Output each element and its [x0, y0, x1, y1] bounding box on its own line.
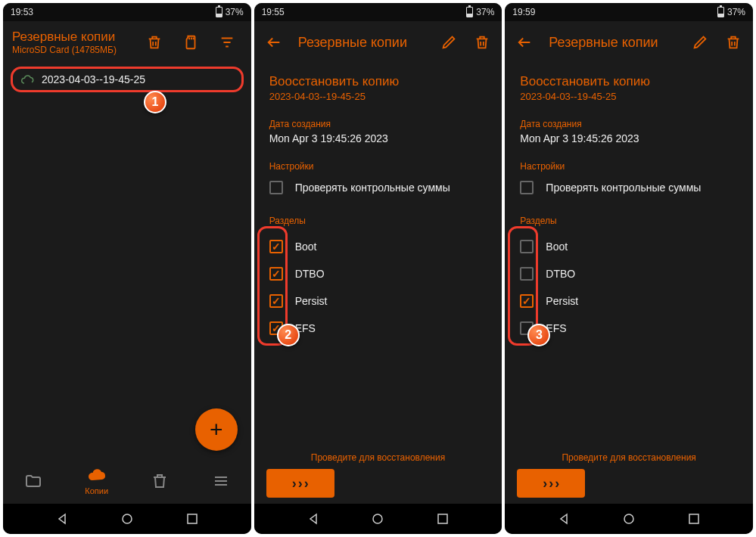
page-title: Резервные копии: [298, 35, 431, 51]
backup-list-item[interactable]: 2023-04-03--19-45-25: [11, 67, 244, 92]
chevron-right-icon: ›: [549, 476, 553, 492]
pencil-icon: [692, 34, 708, 51]
delete-button[interactable]: [467, 27, 497, 57]
checksum-checkbox[interactable]: [520, 181, 534, 194]
arrow-left-icon: [266, 34, 282, 51]
screen-2: 19:55 37% Резервные копии Воосстановить …: [254, 3, 502, 534]
recents-icon[interactable]: [688, 513, 700, 525]
status-bar: 19:59 37%: [505, 3, 753, 21]
date-value: Mon Apr 3 19:45:26 2023: [269, 132, 487, 144]
home-icon[interactable]: [372, 513, 384, 525]
header: Резервные копии: [254, 21, 502, 64]
callout-badge-2: 2: [277, 324, 300, 346]
partitions-label: Разделы: [269, 216, 487, 226]
sd-card-icon: [182, 34, 199, 51]
trash-icon: [725, 34, 742, 51]
pencil-icon: [440, 34, 457, 51]
svg-rect-3: [438, 514, 447, 523]
android-navbar: [3, 504, 251, 534]
cloud-icon: [88, 467, 106, 485]
screen-3: 19:59 37% Резервные копии Воосстановить …: [505, 3, 753, 534]
delete-button[interactable]: [718, 27, 748, 57]
partition-label: Persist: [546, 295, 578, 307]
recents-icon[interactable]: [186, 513, 198, 525]
battery-icon: [466, 7, 473, 17]
settings-label: Настройки: [520, 161, 738, 172]
arrow-left-icon: [516, 34, 533, 51]
svg-rect-5: [689, 514, 698, 523]
battery-pct: 37%: [476, 7, 494, 17]
date-value: Mon Apr 3 19:45:26 2023: [520, 132, 738, 144]
swipe-restore-button[interactable]: › › ›: [517, 469, 585, 498]
status-time: 19:53: [11, 7, 33, 17]
status-time: 19:55: [262, 7, 285, 17]
partitions-label: Разделы: [520, 216, 738, 226]
recents-icon[interactable]: [437, 513, 449, 525]
page-title: Резервные копии: [549, 35, 682, 51]
plus-icon: +: [210, 417, 223, 442]
bottom-nav: Копии: [3, 458, 251, 504]
storage-button[interactable]: [176, 27, 206, 57]
checksum-label: Проверять контрольные суммы: [295, 182, 450, 194]
svg-point-2: [373, 514, 382, 523]
screen-1: 19:53 37% Резервные копии MicroSD Card (…: [3, 3, 251, 534]
restore-title: Воосстановить копию: [269, 74, 487, 89]
header: Резервные копии MicroSD Card (14785МБ): [3, 21, 251, 64]
settings-label: Настройки: [269, 161, 487, 172]
chevron-right-icon: ›: [543, 476, 547, 492]
swipe-restore-button[interactable]: › › ›: [266, 469, 334, 498]
swipe-label: Проведите для восстановления: [517, 452, 741, 463]
nav-menu[interactable]: [212, 472, 230, 490]
chevron-right-icon: ›: [304, 476, 309, 492]
trash-icon: [151, 472, 169, 490]
partition-label: Boot: [295, 241, 317, 253]
home-icon[interactable]: [121, 513, 133, 525]
back-icon[interactable]: [558, 513, 570, 525]
nav-delete[interactable]: [151, 472, 169, 490]
home-icon[interactable]: [623, 513, 635, 525]
back-icon[interactable]: [307, 513, 319, 525]
battery-pct: 37%: [727, 7, 745, 17]
filter-icon: [219, 34, 235, 51]
add-backup-fab[interactable]: +: [195, 408, 238, 451]
date-label: Дата создания: [520, 119, 738, 129]
nav-backups[interactable]: Копии: [85, 467, 108, 495]
checksum-checkbox[interactable]: [269, 181, 283, 194]
cloud-icon: [20, 74, 36, 85]
date-label: Дата создания: [269, 119, 487, 129]
partition-label: DTBO: [546, 268, 575, 280]
partition-label: Boot: [546, 241, 568, 253]
trash-icon: [146, 34, 163, 51]
partition-label: DTBO: [295, 268, 325, 280]
backup-id: 2023-04-03--19-45-25: [520, 91, 738, 102]
chevron-right-icon: ›: [292, 476, 297, 492]
back-button[interactable]: [509, 27, 540, 57]
android-navbar: [505, 504, 753, 534]
edit-button[interactable]: [685, 27, 715, 57]
trash-icon: [474, 34, 490, 51]
status-time: 19:59: [512, 7, 535, 17]
menu-icon: [212, 472, 230, 490]
delete-button[interactable]: [139, 27, 170, 57]
battery-pct: 37%: [226, 7, 244, 17]
partition-label: Persist: [295, 295, 328, 307]
page-title: Резервные копии: [12, 29, 133, 45]
nav-files[interactable]: [24, 472, 42, 490]
callout-badge-1: 1: [144, 91, 166, 113]
svg-point-4: [624, 514, 633, 523]
storage-subtitle: MicroSD Card (14785МБ): [12, 45, 133, 55]
filter-button[interactable]: [212, 27, 242, 57]
nav-label: Копии: [85, 486, 108, 495]
backup-id: 2023-04-03--19-45-25: [269, 91, 487, 102]
battery-icon: [717, 7, 724, 17]
chevron-right-icon: ›: [298, 476, 303, 492]
status-bar: 19:55 37%: [254, 3, 502, 21]
battery-icon: [216, 7, 222, 17]
android-navbar: [254, 504, 502, 534]
edit-button[interactable]: [434, 27, 464, 57]
swipe-label: Проведите для восстановления: [266, 452, 490, 463]
back-icon[interactable]: [56, 513, 68, 525]
header: Резервные копии: [505, 21, 753, 64]
back-button[interactable]: [259, 27, 289, 57]
folder-icon: [24, 472, 42, 490]
